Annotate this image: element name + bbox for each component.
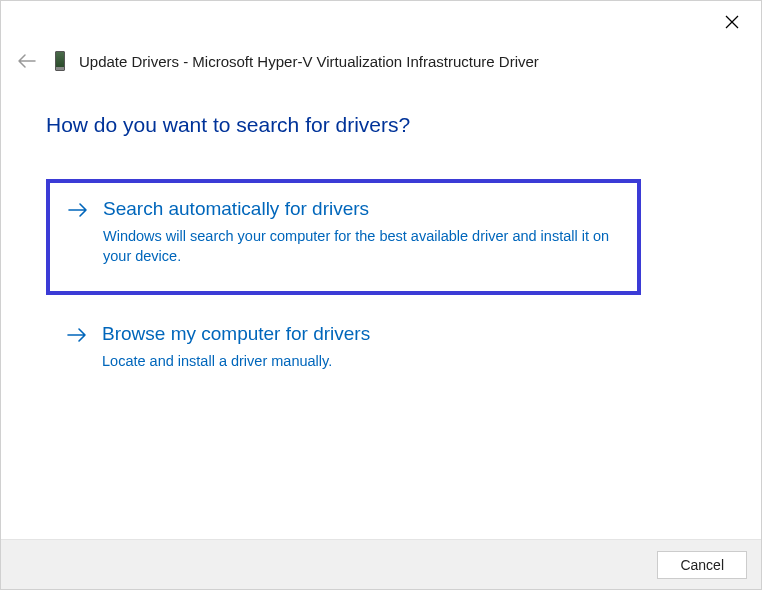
close-icon[interactable] [721, 11, 743, 36]
arrow-right-icon [66, 327, 88, 347]
update-drivers-dialog: Update Drivers - Microsoft Hyper-V Virtu… [0, 0, 762, 590]
arrow-right-icon [67, 202, 89, 222]
option-text: Browse my computer for drivers Locate an… [102, 323, 621, 371]
back-arrow-icon[interactable] [13, 49, 41, 73]
dialog-header: Update Drivers - Microsoft Hyper-V Virtu… [1, 1, 761, 73]
dialog-content: How do you want to search for drivers? S… [1, 73, 761, 391]
cancel-button[interactable]: Cancel [657, 551, 747, 579]
device-icon [55, 51, 65, 71]
dialog-title: Update Drivers - Microsoft Hyper-V Virtu… [79, 53, 539, 70]
main-heading: How do you want to search for drivers? [46, 113, 716, 137]
option-browse-computer[interactable]: Browse my computer for drivers Locate an… [46, 317, 641, 391]
option-description: Windows will search your computer for th… [103, 226, 620, 267]
option-title: Browse my computer for drivers [102, 323, 621, 345]
option-search-automatically[interactable]: Search automatically for drivers Windows… [46, 179, 641, 295]
dialog-footer: Cancel [1, 539, 761, 589]
option-description: Locate and install a driver manually. [102, 351, 621, 371]
option-title: Search automatically for drivers [103, 198, 620, 220]
option-text: Search automatically for drivers Windows… [103, 198, 620, 267]
